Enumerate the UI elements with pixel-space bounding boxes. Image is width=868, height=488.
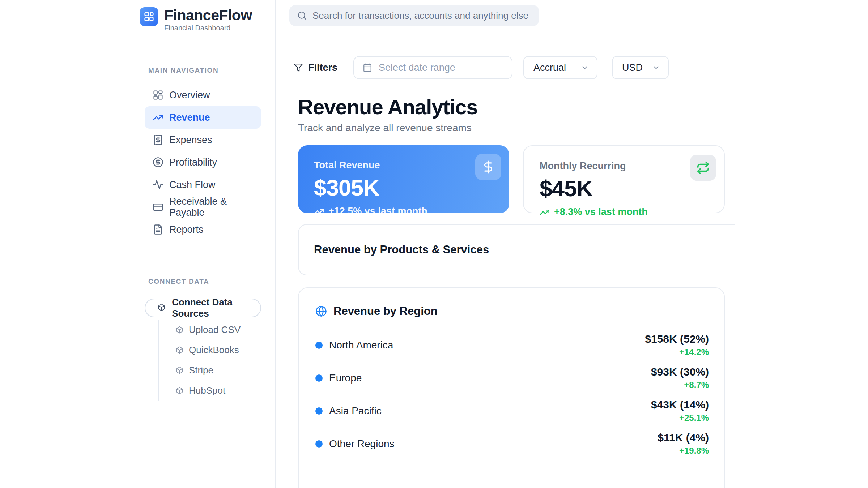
calendar-icon (363, 63, 372, 72)
accounting-basis-value: Accrual (533, 62, 566, 73)
region-delta: +14.2% (645, 347, 709, 357)
page-subtitle: Track and analyze all revenue streams (298, 122, 472, 134)
total-revenue-card[interactable]: Total Revenue $305K +12.5% vs last month (298, 145, 509, 213)
region-value: $11K (4%) (658, 432, 709, 444)
cube-icon (176, 387, 183, 394)
global-search[interactable] (289, 5, 539, 26)
kpi-delta: +12.5% vs last month (314, 206, 509, 217)
trending-up-icon (314, 206, 324, 217)
sidebar-item-label: Expenses (169, 134, 212, 146)
monthly-recurring-card[interactable]: Monthly Recurring $45K +8.3% vs last mon… (523, 145, 725, 213)
main-content: Filters Accrual USD R (276, 0, 735, 488)
kpi-delta-label: +12.5% vs last month (328, 206, 427, 217)
sidebar-item-expenses[interactable]: Expenses (145, 129, 261, 151)
source-item-label: HubSpot (189, 385, 225, 396)
document-icon (153, 224, 163, 235)
brand-tagline: Financial Dashboard (164, 24, 252, 32)
source-item-hubspot[interactable]: HubSpot (159, 380, 267, 401)
date-range-picker[interactable] (353, 56, 512, 79)
region-row-north-america: North America $158K (52%) +14.2% (315, 333, 709, 357)
sidebar-item-label: Cash Flow (169, 179, 216, 191)
kpi-delta-label: +8.3% vs last month (554, 206, 648, 218)
sidebar-item-label: Revenue (169, 112, 210, 123)
region-row-europe: Europe $93K (30%) +8.7% (315, 366, 709, 390)
connect-section-label: CONNECT DATA (148, 278, 209, 286)
sidebar-item-label: Overview (169, 90, 210, 101)
dot-icon (315, 374, 323, 382)
search-input[interactable] (312, 10, 531, 21)
filters-divider (276, 87, 735, 87)
credit-card-icon (153, 202, 163, 213)
region-delta: +19.8% (658, 446, 709, 456)
source-item-stripe[interactable]: Stripe (159, 360, 267, 380)
activity-icon (153, 179, 163, 190)
region-name: Europe (329, 372, 362, 384)
accounting-basis-select[interactable]: Accrual (523, 56, 597, 79)
connect-data-sources-button[interactable]: Connect Data Sources (145, 299, 261, 317)
sidebar-item-reports[interactable]: Reports (145, 218, 261, 241)
funnel-icon (294, 63, 303, 72)
region-name: North America (329, 339, 393, 351)
region-name: Asia Pacific (329, 405, 382, 417)
region-delta: +8.7% (651, 380, 709, 390)
region-name: Other Regions (329, 438, 395, 450)
trending-up-icon (540, 207, 550, 217)
receipt-icon (153, 134, 163, 145)
brand-text: FinanceFlow Financial Dashboard (164, 7, 252, 32)
sidebar-item-cash-flow[interactable]: Cash Flow (145, 174, 261, 196)
region-card-header: Revenue by Region (315, 305, 709, 318)
connect-button-label: Connect Data Sources (172, 297, 260, 319)
source-item-quickbooks[interactable]: QuickBooks (159, 340, 267, 360)
dashboard-logo-icon (140, 7, 158, 26)
brand-logo[interactable]: FinanceFlow Financial Dashboard (140, 7, 252, 32)
source-item-label: QuickBooks (189, 344, 239, 356)
dollar-icon (475, 154, 501, 180)
currency-select[interactable]: USD (612, 56, 669, 79)
products-card-title: Revenue by Products & Services (314, 243, 489, 256)
circle-dollar-icon (153, 157, 163, 168)
date-range-input[interactable] (379, 62, 507, 73)
currency-value: USD (622, 62, 643, 73)
connect-sources-list: Upload CSV QuickBooks Stripe (158, 320, 267, 401)
revenue-by-region-card: Revenue by Region North America $158K (5… (298, 287, 725, 488)
region-value: $43K (14%) (651, 399, 709, 411)
region-value: $93K (30%) (651, 366, 709, 378)
cube-icon (176, 367, 183, 374)
chevron-down-icon (581, 64, 589, 72)
region-delta: +25.1% (651, 413, 709, 423)
trending-up-icon (153, 112, 163, 123)
region-row-other-regions: Other Regions $11K (4%) +19.8% (315, 432, 709, 456)
sidebar-item-receivable-payable[interactable]: Receivable & Payable (145, 196, 261, 218)
revenue-by-products-card: Revenue by Products & Services (298, 224, 735, 275)
region-row-asia-pacific: Asia Pacific $43K (14%) +25.1% (315, 399, 709, 423)
repeat-icon (690, 155, 716, 181)
cube-icon (158, 304, 165, 312)
nav-section-label: MAIN NAVIGATION (148, 67, 218, 74)
sidebar-item-label: Reports (169, 224, 204, 235)
sidebar-item-label: Receivable & Payable (169, 196, 261, 218)
filters-button-label: Filters (308, 62, 337, 73)
region-card-title: Revenue by Region (333, 305, 438, 318)
region-rows: North America $158K (52%) +14.2% Europe … (315, 333, 709, 456)
globe-icon (315, 305, 327, 317)
kpi-delta: +8.3% vs last month (540, 206, 724, 218)
source-item-upload-csv[interactable]: Upload CSV (159, 320, 267, 340)
dot-icon (315, 342, 323, 349)
header-divider (276, 33, 735, 33)
sidebar-item-overview[interactable]: Overview (145, 84, 261, 106)
sidebar-item-revenue[interactable]: Revenue (145, 106, 261, 129)
grid-icon (153, 90, 163, 100)
dot-icon (315, 440, 323, 448)
sidebar: FinanceFlow Financial Dashboard MAIN NAV… (140, 0, 276, 488)
brand-name: FinanceFlow (164, 7, 252, 23)
chevron-down-icon (652, 64, 660, 72)
filters-toolbar: Filters Accrual USD (294, 56, 669, 79)
search-icon (297, 11, 307, 20)
filters-button[interactable]: Filters (294, 62, 337, 73)
main-navigation: Overview Revenue Expenses (140, 84, 275, 241)
region-value: $158K (52%) (645, 333, 709, 345)
dot-icon (315, 407, 323, 415)
sidebar-item-profitability[interactable]: Profitability (145, 151, 261, 174)
cube-icon (176, 326, 183, 334)
page-title: Revenue Analytics (298, 95, 478, 119)
